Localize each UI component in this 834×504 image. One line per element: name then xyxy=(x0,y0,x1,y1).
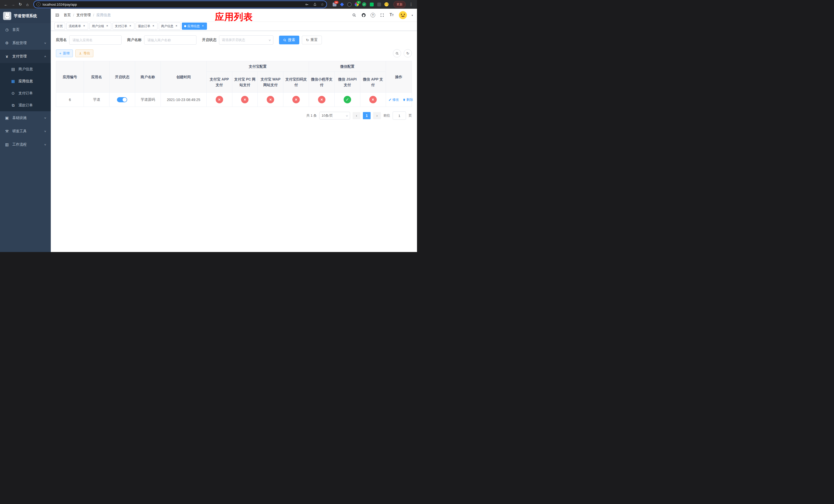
active-tab-dot xyxy=(184,25,186,27)
omnibox-actions: ☆ xyxy=(304,2,324,7)
sidebar-item-pay-order[interactable]: ⊙ 支付订单 xyxy=(0,87,51,99)
tab-close-icon[interactable]: × xyxy=(129,24,132,28)
avatar-caret-icon[interactable]: ▾ xyxy=(412,14,413,17)
extension-icon[interactable] xyxy=(369,2,374,7)
search-icon xyxy=(283,39,286,42)
export-button-label: 导出 xyxy=(83,51,90,55)
forward-icon[interactable]: → xyxy=(10,1,16,8)
menu-fold-icon[interactable] xyxy=(55,13,60,18)
app-table: 应用编号 应用名 开启状态 商户名称 创建时间 支付宝配置 微信配置 操作 支付… xyxy=(56,61,412,107)
reload-icon[interactable]: ↻ xyxy=(17,1,24,8)
address-bar[interactable]: localhost:1024/pay/app ☆ xyxy=(33,1,327,8)
goto-page-input[interactable] xyxy=(393,112,406,120)
sidebar-item-label: 系统管理 xyxy=(12,41,27,45)
merchant-name-input[interactable] xyxy=(144,36,196,45)
extension-icon[interactable] xyxy=(377,2,381,7)
sidebar-item-infrastructure[interactable]: ▣ 基础设施 ∨ xyxy=(0,111,51,124)
credit-card-icon: ▤ xyxy=(11,67,15,71)
sidebar-item-label: 首页 xyxy=(12,27,20,32)
delete-button[interactable]: 删除 xyxy=(403,97,413,102)
breadcrumb-item[interactable]: 支付管理 xyxy=(76,13,91,18)
tab-label: 商户信息 xyxy=(161,24,173,28)
chevron-up-icon: ∧ xyxy=(44,55,47,58)
select-placeholder: 请选择开启状态 xyxy=(222,38,245,42)
trash-icon xyxy=(403,98,406,101)
logo-image xyxy=(3,12,11,20)
status-select[interactable]: 请选择开启状态 ∨ xyxy=(219,36,273,45)
check-glyph: ✓ xyxy=(346,97,349,102)
tab-close-icon[interactable]: × xyxy=(105,24,109,28)
extension-icon[interactable]: 10 xyxy=(332,2,337,7)
user-avatar[interactable] xyxy=(398,11,407,20)
refresh-icon: ↻ xyxy=(306,38,309,42)
browser-menu-icon[interactable]: ⋮ xyxy=(408,1,414,8)
github-icon[interactable] xyxy=(361,13,366,18)
tab-close-icon[interactable]: × xyxy=(152,24,155,28)
breadcrumb-separator: / xyxy=(73,13,74,17)
tab-close-icon[interactable]: × xyxy=(201,24,205,28)
add-button-label: 新增 xyxy=(63,51,69,55)
help-icon[interactable] xyxy=(371,13,375,18)
extension-icon[interactable] xyxy=(362,2,367,7)
next-page-button[interactable]: › xyxy=(373,112,381,119)
page-size-select[interactable]: 10条/页 ∨ xyxy=(319,112,350,119)
add-button[interactable]: + 新增 xyxy=(56,49,73,57)
sidebar-item-dev-tools[interactable]: ⚒ 研发工具 ∨ xyxy=(0,124,51,138)
tab-home[interactable]: 首页 xyxy=(54,23,65,30)
back-icon[interactable]: ← xyxy=(3,1,9,8)
site-info-icon[interactable] xyxy=(37,2,41,6)
tab-pay-order[interactable]: 支付订单 × xyxy=(113,23,134,30)
filter-label: 应用名 xyxy=(56,38,67,42)
app-logo[interactable]: 芋道管理系统 xyxy=(0,9,51,23)
browser-update-button[interactable]: 更新 xyxy=(393,1,406,8)
filter-merchant-name: 商户名称 xyxy=(127,36,196,45)
tab-close-icon[interactable]: × xyxy=(175,24,178,28)
goto-suffix: 页 xyxy=(409,113,412,118)
tab-app-info[interactable]: 应用信息 × xyxy=(182,23,207,30)
sidebar-item-payment[interactable]: ¥ 支付管理 ∧ xyxy=(0,50,51,63)
fullscreen-icon[interactable] xyxy=(379,13,385,18)
password-key-icon[interactable] xyxy=(304,2,309,7)
infrastructure-icon: ▣ xyxy=(5,116,9,120)
extension-icon[interactable]: 1 xyxy=(354,2,359,7)
gear-icon: ⚙ xyxy=(5,41,9,45)
plus-icon: + xyxy=(59,51,61,55)
sidebar-item-home[interactable]: ◷ 首页 xyxy=(0,23,51,37)
extension-icon[interactable] xyxy=(384,2,389,7)
tab-merchant-info[interactable]: 商户信息 × xyxy=(159,23,180,30)
sidebar-item-merchant-info[interactable]: ▤ 商户信息 xyxy=(0,63,51,75)
pencil-icon xyxy=(389,98,392,101)
sidebar-item-refund-order[interactable]: ⧉ 退款订单 xyxy=(0,99,51,111)
search-icon[interactable] xyxy=(352,13,357,18)
search-button[interactable]: 搜索 xyxy=(279,36,299,44)
tab-process-form[interactable]: 流程表单 × xyxy=(66,23,88,30)
tab-close-icon[interactable]: × xyxy=(82,24,86,28)
edit-button[interactable]: 修改 xyxy=(389,97,399,102)
extension-icon[interactable] xyxy=(339,2,344,7)
share-icon[interactable] xyxy=(312,2,317,7)
refresh-icon: ↻ xyxy=(406,51,409,55)
toggle-search-button[interactable] xyxy=(393,49,401,58)
bookmark-star-icon[interactable]: ☆ xyxy=(321,2,324,6)
status-toggle[interactable] xyxy=(117,97,127,102)
page-number-button[interactable]: 1 xyxy=(363,112,371,119)
url-text: localhost:1024/pay/app xyxy=(43,3,302,6)
reset-button[interactable]: ↻ 重置 xyxy=(302,36,322,44)
sidebar-item-system[interactable]: ⚙ 系统管理 ∨ xyxy=(0,37,51,50)
sidebar-item-workflow[interactable]: ▥ 工作流程 ∨ xyxy=(0,138,51,151)
tab-user-group[interactable]: 用户分组 × xyxy=(89,23,111,30)
tab-refund-order[interactable]: 退款订单 × xyxy=(136,23,157,30)
app-name-input[interactable] xyxy=(69,36,122,45)
browser-home-icon[interactable]: ⌂ xyxy=(24,1,31,8)
font-size-icon[interactable] xyxy=(389,13,394,18)
filter-app-name: 应用名 xyxy=(56,36,122,45)
breadcrumb-item[interactable]: 首页 xyxy=(64,13,71,18)
disabled-status-icon: × xyxy=(267,96,274,103)
navbar-actions: ▾ xyxy=(352,11,413,20)
sidebar-item-app-info[interactable]: ▦ 应用信息 xyxy=(0,75,51,87)
extension-icon[interactable] xyxy=(347,2,352,7)
extension-glyph xyxy=(347,2,352,7)
export-button[interactable]: 导出 xyxy=(75,49,93,57)
refresh-table-button[interactable]: ↻ xyxy=(404,49,412,58)
prev-page-button[interactable]: ‹ xyxy=(353,112,360,119)
